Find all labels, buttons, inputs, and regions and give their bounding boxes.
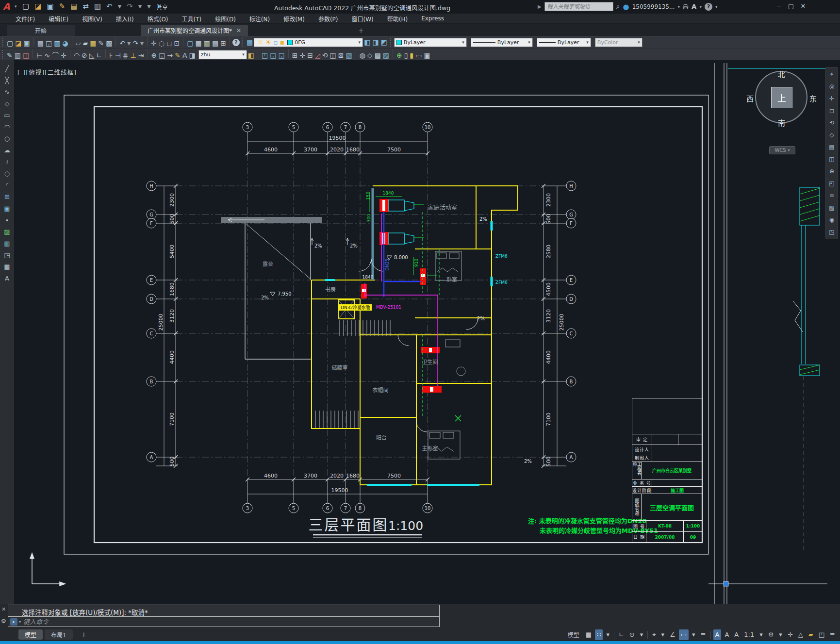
named-views-icon[interactable]: ◰	[829, 179, 834, 188]
graphics-performance-icon[interactable]: ▰	[807, 629, 815, 640]
linetype-combo[interactable]: ByLayer ▾	[471, 38, 533, 47]
construction-line-icon[interactable]: ╳	[5, 75, 9, 86]
zoom-extents-icon[interactable]: ✛	[829, 94, 834, 103]
app-store-cart-icon[interactable]: ⛁	[683, 3, 689, 11]
pan-icon[interactable]: ◎	[829, 82, 834, 91]
rotate-3d-icon[interactable]: ◿	[314, 50, 321, 60]
edit-dim-icon[interactable]: ✎	[174, 50, 181, 60]
intersect-icon[interactable]: ◲	[277, 50, 285, 60]
layer-properties-icon[interactable]: ◧	[363, 37, 371, 47]
lineweight-combo[interactable]: ByLayer ▾	[537, 38, 591, 47]
spline-icon[interactable]: ≀	[6, 157, 8, 167]
dim-baseline-icon[interactable]: ⊦	[108, 50, 114, 60]
layer-lock-icon[interactable]: ▫	[272, 37, 279, 47]
open-icon[interactable]: ◪	[14, 38, 22, 48]
workspace-dropdown[interactable]: ▾	[777, 629, 784, 640]
mtext-icon[interactable]: A	[5, 273, 9, 284]
compass-east[interactable]: 东	[809, 93, 817, 103]
wedge-icon[interactable]: ◇	[366, 50, 374, 60]
table-style-icon[interactable]: ◫	[22, 50, 30, 60]
save-icon[interactable]: ▣	[46, 1, 54, 11]
linetype-combo-arrow-icon[interactable]: ▾	[528, 40, 530, 45]
dim-angular-icon[interactable]: ◺	[88, 50, 96, 60]
move-3d-icon[interactable]: ✛	[298, 50, 306, 60]
extrude-icon[interactable]: ⊞	[291, 50, 299, 60]
ellipse-arc-icon[interactable]: ◜	[6, 180, 8, 191]
toolbar-grip[interactable]	[390, 38, 392, 47]
dim-jogged-icon[interactable]: ∟	[96, 50, 103, 60]
tab-layout1[interactable]: 布局1	[45, 629, 73, 640]
mirror-3d-icon[interactable]: ◫	[329, 50, 337, 60]
subtract-icon[interactable]: ◱	[269, 50, 277, 60]
object-snap-tracking-icon[interactable]: ∠	[668, 629, 677, 640]
new-icon[interactable]: ▢	[21, 1, 30, 11]
polar-tracking-icon[interactable]: ⊙	[627, 629, 637, 640]
annotation-scale-value[interactable]: 1:1	[742, 629, 756, 640]
qsave-icon[interactable]: ▣	[22, 38, 31, 48]
plotstyle-combo[interactable]: ByColor ▾	[595, 38, 642, 47]
tab-document[interactable]: 广州市某别墅的空调通风设计图* ✕	[141, 25, 248, 36]
leader-icon[interactable]: ⇝	[166, 50, 174, 60]
close-button[interactable]: ✕	[797, 2, 809, 10]
undo-icon[interactable]: ↶	[105, 1, 114, 11]
tolerance-icon[interactable]: ◱	[158, 50, 166, 60]
3d-views-icon[interactable]: ▮	[409, 50, 415, 60]
dim-update-icon[interactable]: ⇥	[137, 50, 145, 60]
render-icon[interactable]: ◉	[829, 215, 834, 225]
ortho-icon[interactable]: ∟	[617, 629, 626, 640]
user-account-icon[interactable]: ●	[623, 2, 629, 11]
named-views-icon[interactable]: ▯	[403, 50, 409, 60]
toolbar-grip[interactable]	[2, 50, 4, 59]
command-customize-icon[interactable]: ⚙	[1, 618, 6, 625]
dim-break-icon[interactable]: ⊥	[130, 50, 137, 60]
lineweight-combo-arrow-icon[interactable]: ▾	[586, 40, 589, 45]
vports-icon[interactable]: ⊕	[395, 50, 403, 60]
isolate-objects-icon[interactable]: △	[796, 629, 805, 640]
redo-icon[interactable]: ↷	[126, 1, 134, 11]
pan-icon[interactable]: ✛	[150, 38, 158, 48]
zoom-realtime-icon[interactable]: ◌	[158, 38, 165, 48]
help-dropdown-icon[interactable]: ▾	[715, 4, 718, 9]
compass-south[interactable]: 南	[778, 117, 785, 128]
command-input-row[interactable]: ▸ ▾	[8, 616, 439, 627]
help-icon[interactable]: ?	[232, 39, 240, 46]
selection-grip[interactable]	[724, 581, 728, 586]
save-as-icon[interactable]: ✎	[58, 1, 66, 11]
color-combo[interactable]: ByLayer ▾	[394, 38, 467, 47]
insert-block-icon[interactable]: ⊞	[4, 192, 10, 202]
menu-insert[interactable]: 插入(I)	[109, 15, 141, 23]
polygon-icon[interactable]: ◇	[5, 99, 10, 109]
redo-dropdown[interactable]: ▾	[137, 1, 143, 11]
dim-diameter-icon[interactable]: ⊘	[81, 50, 88, 60]
match-properties-icon[interactable]: ✎	[97, 38, 105, 48]
3ddwf-icon[interactable]: ◕	[61, 38, 69, 48]
dim-radius-icon[interactable]: ◠	[73, 50, 81, 60]
arc-icon[interactable]: ◠	[4, 122, 10, 132]
showmotion-icon[interactable]: ◇	[829, 130, 834, 140]
status-menu-icon[interactable]: ≡	[828, 629, 837, 640]
search-icon[interactable]: ⌕	[616, 2, 620, 11]
qnew-icon[interactable]: ▢	[6, 38, 14, 48]
revision-cloud-icon[interactable]: ☁	[4, 145, 10, 156]
dim-space-icon[interactable]: ⋕	[122, 50, 130, 60]
scale-dropdown[interactable]: ▾	[758, 629, 765, 640]
application-menu-button[interactable]: A	[3, 1, 10, 12]
workspace-switching-icon[interactable]: ⚙	[766, 629, 776, 640]
command-input[interactable]	[22, 618, 439, 626]
menu-help[interactable]: 帮助(H)	[380, 15, 414, 23]
viewcube-top-face[interactable]: 上	[771, 87, 792, 108]
text-style-icon[interactable]: ▥	[14, 50, 22, 60]
osnap-dropdown[interactable]: ▾	[659, 629, 667, 640]
publish-icon[interactable]: ▥	[53, 38, 61, 48]
undo-icon[interactable]: ↶	[118, 38, 126, 48]
align-icon[interactable]: ⊠	[337, 50, 345, 60]
annotation-scale-icon[interactable]: A	[732, 629, 741, 640]
grid-icon[interactable]: ▦	[584, 629, 593, 640]
menu-window[interactable]: 窗口(W)	[345, 15, 380, 23]
annotation-autoscale-icon[interactable]: A	[723, 629, 731, 640]
command-close-icon[interactable]: ✕	[1, 606, 6, 612]
dim-style-icon[interactable]: ✎	[6, 50, 14, 60]
autodesk-icon[interactable]: A	[692, 3, 697, 11]
layer-combo[interactable]: ☼☀▫▪ 0FG ▾	[254, 38, 363, 47]
hatch-icon[interactable]: ▨	[4, 227, 10, 237]
